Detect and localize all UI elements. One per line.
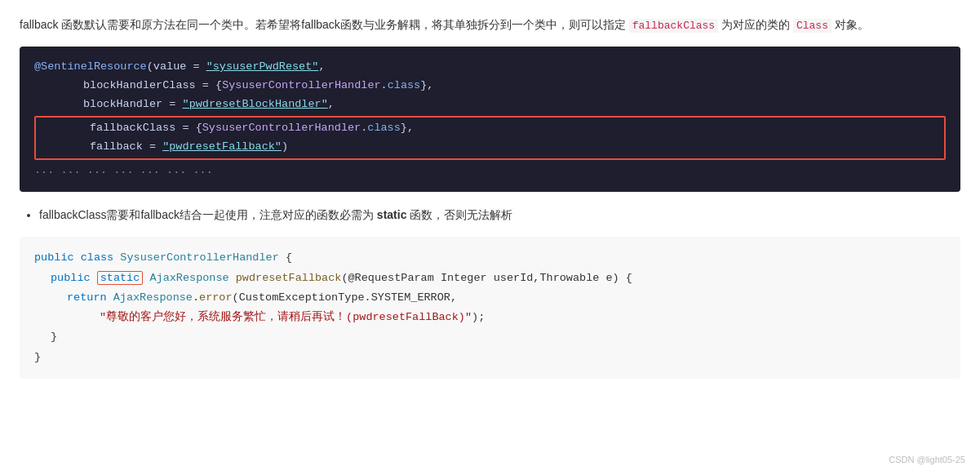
watermark: CSDN @light05-25 [889, 455, 965, 464]
inline-code-fallbackclass: fallbackClass [629, 19, 718, 33]
static-keyword-box: static [97, 271, 144, 285]
intro-text-before: fallback 函数默认需要和原方法在同一个类中。若希望将fallback函数… [20, 18, 629, 31]
intro-text-after: 为对应的类的 [718, 18, 793, 31]
code-line-5: fallback = "pwdresetFallback") [41, 138, 939, 157]
intro-text-end: 对象。 [831, 18, 869, 31]
light-line-4: "尊敬的客户您好，系统服务繁忙，请稍后再试！(pwdresetFallBack)… [34, 308, 946, 327]
light-line-1: public class SysuserControllerHandler { [34, 248, 946, 268]
code-line-1: @SentinelResource(value = "sysuserPwdRes… [34, 58, 946, 77]
light-line-2: public static AjaxResponse pwdresetFallb… [34, 269, 946, 288]
highlight-box: fallbackClass = {SysuserControllerHandle… [34, 116, 946, 160]
inline-code-class: Class [793, 19, 831, 33]
bullet-list: fallbackClass需要和fallback结合一起使用，注意对应的函数必需… [20, 205, 960, 225]
code-block-light: public class SysuserControllerHandler { … [20, 237, 960, 379]
code-line-2: blockHandlerClass = {SysuserControllerHa… [34, 77, 946, 96]
bullet-item: fallbackClass需要和fallback结合一起使用，注意对应的函数必需… [39, 205, 960, 225]
bullet-text: fallbackClass需要和fallback结合一起使用，注意对应的函数必需… [39, 208, 512, 221]
intro-paragraph: fallback 函数默认需要和原方法在同一个类中。若希望将fallback函数… [20, 15, 960, 35]
annotation-sentinel: @SentinelResource [34, 60, 147, 73]
code-line-6: ... ... ... ... ... ... ... [34, 162, 946, 180]
light-line-5: } [34, 327, 946, 347]
code-line-3: blockHandler = "pwdresetBlockHandler", [34, 96, 946, 114]
page-container: fallback 函数默认需要和原方法在同一个类中。若希望将fallback函数… [0, 0, 980, 398]
light-line-3: return AjaxResponse.error(CustomExceptio… [34, 288, 946, 308]
code-block-dark: @SentinelResource(value = "sysuserPwdRes… [20, 47, 960, 192]
code-line-4: fallbackClass = {SysuserControllerHandle… [41, 119, 939, 138]
light-line-6: } [34, 348, 946, 367]
